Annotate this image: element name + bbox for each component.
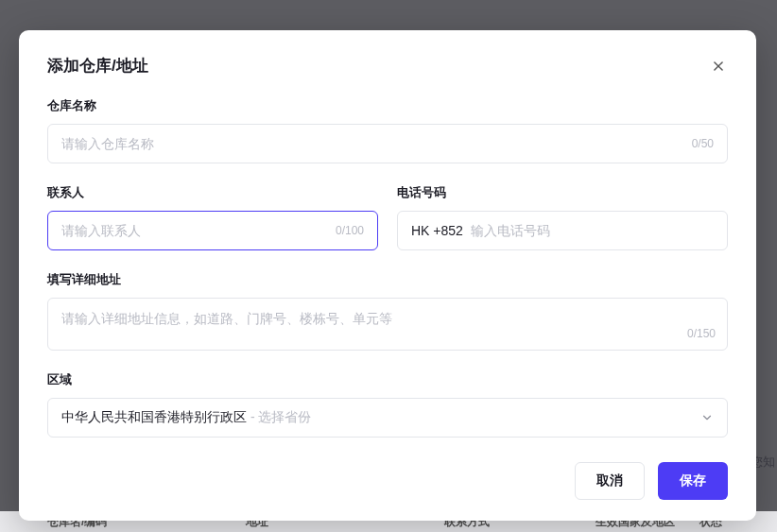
contact-input[interactable] — [61, 223, 328, 238]
warehouse-name-field: 仓库名称 0/50 — [47, 97, 728, 163]
phone-prefix[interactable]: HK +852 — [411, 223, 463, 238]
cancel-button[interactable]: 取消 — [575, 462, 645, 500]
address-label: 填写详细地址 — [47, 271, 728, 288]
modal-header: 添加仓库/地址 — [47, 55, 728, 77]
address-field: 填写详细地址 0/150 — [47, 271, 728, 351]
address-counter: 0/150 — [687, 327, 716, 340]
address-input-wrap[interactable]: 0/150 — [47, 298, 728, 351]
contact-counter: 0/100 — [336, 224, 364, 237]
warehouse-name-input-wrap[interactable]: 0/50 — [47, 124, 728, 163]
close-button[interactable] — [709, 57, 728, 76]
region-placeholder: 选择省份 — [258, 409, 311, 424]
phone-input[interactable] — [471, 223, 714, 238]
warehouse-name-input[interactable] — [61, 136, 684, 151]
phone-field: 电话号码 HK +852 — [397, 184, 728, 250]
region-field: 区域 中华人民共和国香港特别行政区 - 选择省份 — [47, 371, 728, 438]
save-button[interactable]: 保存 — [658, 462, 728, 500]
warehouse-name-label: 仓库名称 — [47, 97, 728, 114]
region-value: 中华人民共和国香港特别行政区 — [61, 409, 247, 424]
add-warehouse-modal: 添加仓库/地址 仓库名称 0/50 联系人 0/100 电话号码 HK +852 — [19, 30, 756, 521]
close-icon — [712, 60, 725, 73]
warehouse-name-counter: 0/50 — [692, 137, 714, 150]
contact-field: 联系人 0/100 — [47, 184, 378, 250]
region-label: 区域 — [47, 371, 728, 388]
phone-label: 电话号码 — [397, 184, 728, 201]
region-select[interactable]: 中华人民共和国香港特别行政区 - 选择省份 — [47, 398, 728, 438]
modal-footer: 取消 保存 — [47, 462, 728, 500]
contact-label: 联系人 — [47, 184, 378, 201]
region-select-text: 中华人民共和国香港特别行政区 - 选择省份 — [61, 409, 311, 426]
chevron-down-icon — [700, 411, 714, 424]
region-separator: - — [247, 409, 258, 424]
address-input[interactable] — [61, 311, 714, 326]
phone-input-wrap[interactable]: HK +852 — [397, 211, 728, 250]
modal-title: 添加仓库/地址 — [47, 55, 148, 77]
contact-input-wrap[interactable]: 0/100 — [47, 211, 378, 250]
